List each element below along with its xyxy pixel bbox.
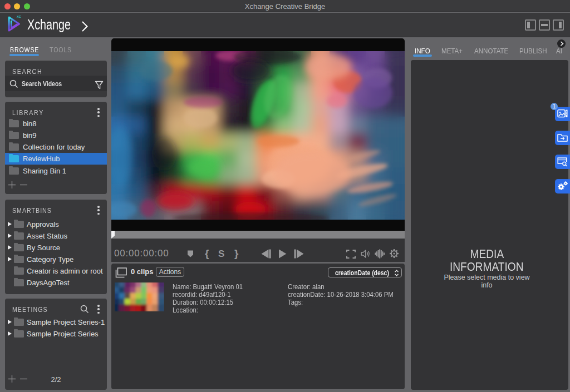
svg-text:XC: XC [17,15,21,18]
